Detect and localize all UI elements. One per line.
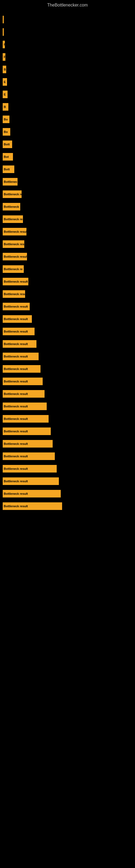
- bar-row: E: [3, 89, 132, 99]
- bar-item: Bottleneck result: [3, 340, 37, 348]
- bar-item: Bottleneck result: [3, 303, 30, 310]
- bar-item: Bott: [3, 141, 12, 148]
- bar-row: Bottleneck result: [3, 276, 132, 287]
- page-title: TheBottlenecker.com: [0, 0, 135, 12]
- bar-item: Bottleneck re: [3, 265, 24, 273]
- bar-row: Bottlenec: [3, 177, 132, 187]
- bar-item: Bott: [3, 165, 14, 173]
- bar-row: Bottleneck result: [3, 464, 132, 474]
- bar-item: Bottleneck result: [3, 253, 27, 260]
- bar-row: Bott: [3, 164, 132, 175]
- bar-row: Bottleneck result: [3, 451, 132, 461]
- bar-row: Bottleneck result: [3, 401, 132, 411]
- bar-item: Bottleneck resu: [3, 215, 23, 223]
- bar-item: [3, 28, 4, 36]
- bar-item: Bottleneck result: [3, 465, 57, 472]
- bar-item: Bo: [3, 128, 10, 135]
- bar-item: [3, 16, 4, 23]
- bar-row: Bottleneck result: [3, 414, 132, 424]
- bar-row: Bottleneck result: [3, 301, 132, 312]
- bar-row: Bottleneck resu: [3, 214, 132, 224]
- bar-item: Bottleneck result: [3, 453, 55, 460]
- bar-row: F: [3, 39, 132, 50]
- bar-item: Bottleneck result: [3, 490, 61, 497]
- bar-item: B: [3, 66, 6, 73]
- bar-row: Bo: [3, 114, 132, 124]
- bar-row: Bottleneck resu: [3, 289, 132, 299]
- bar-row: E: [3, 77, 132, 87]
- bar-row: Bo: [3, 127, 132, 137]
- bar-row: Bottleneck resu: [3, 239, 132, 249]
- bars-container: FFBEEBBoBoBottBotBottBottlenecBottleneck…: [0, 12, 135, 516]
- bar-item: Bottleneck result: [3, 428, 51, 435]
- bar-row: F: [3, 52, 132, 62]
- bar-item: Bottleneck result: [3, 415, 49, 423]
- bar-item: Bottleneck result: [3, 228, 27, 236]
- bar-row: [3, 14, 132, 25]
- bar-row: Bottleneck result: [3, 426, 132, 436]
- bar-item: Bottleneck result: [3, 352, 39, 360]
- bar-item: F: [3, 53, 5, 61]
- bar-item: Bottlenec: [3, 178, 17, 186]
- bar-item: Bottleneck result: [3, 278, 28, 285]
- bar-item: Bottleneck result: [3, 390, 45, 398]
- bar-row: Bottleneck result: [3, 501, 132, 511]
- bar-row: Bottleneck: [3, 202, 132, 212]
- bar-item: Bottleneck: [3, 203, 20, 211]
- bar-item: Bottleneck result: [3, 403, 47, 410]
- bar-row: Bot: [3, 152, 132, 162]
- bar-row: [3, 27, 132, 37]
- bar-row: Bottleneck result: [3, 326, 132, 337]
- bar-item: Bottleneck result: [3, 378, 43, 385]
- bar-item: Bo: [3, 116, 9, 123]
- bar-item: F: [3, 41, 5, 48]
- bar-row: Bottleneck res: [3, 189, 132, 199]
- bar-row: Bottleneck result: [3, 251, 132, 262]
- bar-row: Bottleneck result: [3, 439, 132, 449]
- bar-row: Bottleneck result: [3, 226, 132, 237]
- bar-item: Bottleneck result: [3, 477, 59, 485]
- bar-item: Bottleneck result: [3, 328, 35, 335]
- bar-item: Bottleneck result: [3, 365, 41, 373]
- bar-row: Bottleneck result: [3, 339, 132, 349]
- bar-row: Bott: [3, 139, 132, 150]
- bar-item: Bottleneck result: [3, 440, 53, 447]
- bar-row: Bottleneck re: [3, 264, 132, 274]
- bar-item: Bottleneck resu: [3, 290, 25, 298]
- bar-item: Bottleneck result: [3, 502, 62, 510]
- bar-row: Bottleneck result: [3, 314, 132, 324]
- bar-row: Bottleneck result: [3, 476, 132, 486]
- bar-row: Bottleneck result: [3, 376, 132, 386]
- bar-item: Bottleneck resu: [3, 240, 24, 248]
- bar-item: B: [3, 103, 8, 111]
- bar-row: B: [3, 64, 132, 74]
- bar-item: Bottleneck res: [3, 190, 21, 198]
- bar-row: Bottleneck result: [3, 489, 132, 499]
- bar-item: E: [3, 78, 7, 86]
- bar-item: Bottleneck result: [3, 315, 32, 323]
- bar-item: E: [3, 91, 8, 98]
- bar-row: Bottleneck result: [3, 351, 132, 362]
- bar-row: Bottleneck result: [3, 364, 132, 374]
- bar-row: B: [3, 102, 132, 112]
- bar-row: Bottleneck result: [3, 389, 132, 399]
- bar-item: Bot: [3, 153, 13, 161]
